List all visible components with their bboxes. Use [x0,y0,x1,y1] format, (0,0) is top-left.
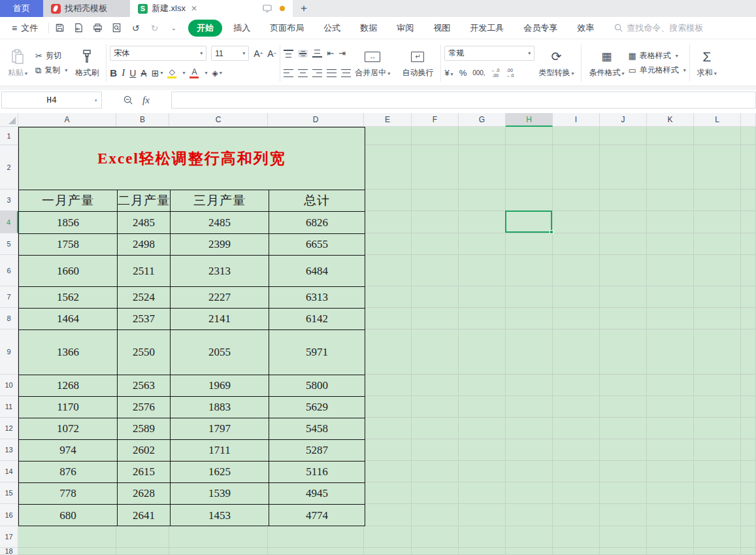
cell-x3[interactable] [741,190,756,211]
table-cell[interactable]: 1660 [19,256,117,286]
table-cell[interactable]: 2641 [117,505,170,526]
cell-F8[interactable] [412,308,459,329]
cell-K10[interactable] [647,375,694,396]
cell-E17[interactable] [364,526,412,548]
column-header-L[interactable]: L [694,113,741,127]
cell-K17[interactable] [647,526,694,548]
table-cell[interactable]: 876 [19,462,117,482]
cell-I16[interactable] [553,504,600,526]
cell-J2[interactable] [600,145,647,190]
cell-E1[interactable] [364,127,412,145]
bold-button[interactable]: B [110,67,117,78]
eraser-button[interactable]: ◈▾ [212,69,222,78]
cell-x6[interactable] [741,255,756,286]
align-center-icon[interactable] [298,69,308,77]
cell-B18[interactable] [116,548,169,555]
table-cell[interactable]: 1366 [19,330,117,375]
redo-icon[interactable]: ↻ [149,22,160,33]
cell-I14[interactable] [553,461,600,482]
cell-F9[interactable] [412,329,459,375]
cell-G16[interactable] [459,504,506,526]
increase-decimal-button[interactable]: ←.0 .00 [491,68,500,78]
cell-F7[interactable] [412,286,459,308]
wrap-text-button[interactable]: ↵ 自动换行 [398,47,437,80]
table-cell[interactable]: 1711 [170,440,269,461]
cell-F4[interactable] [412,211,459,233]
cell-I5[interactable] [553,233,600,255]
menu-tab-开始[interactable]: 开始 [188,20,222,37]
cell-H6[interactable] [506,255,553,286]
cell-H10[interactable] [506,375,553,396]
cell-H12[interactable] [506,418,553,439]
cell-G18[interactable] [459,548,506,555]
select-all-corner[interactable] [0,113,18,127]
cell-E14[interactable] [364,461,412,482]
cell-K18[interactable] [647,548,694,555]
cell-D17[interactable] [268,526,364,548]
cell-D18[interactable] [268,548,364,555]
cell-I1[interactable] [553,127,600,145]
cell-I8[interactable] [553,308,600,329]
row-header-8[interactable]: 8 [0,308,18,329]
column-header-G[interactable]: G [459,113,506,127]
cell-G4[interactable] [459,211,506,233]
cell-H7[interactable] [506,286,553,308]
table-cell[interactable]: 1856 [19,212,117,233]
cell-H3[interactable] [506,190,553,211]
row-header-1[interactable]: 1 [0,127,18,145]
cell-F6[interactable] [412,255,459,286]
cell-H11[interactable] [506,396,553,418]
table-header-1[interactable]: 一月产量 [19,190,117,211]
row-header-16[interactable]: 16 [0,504,18,526]
cell-G2[interactable] [459,145,506,190]
table-cell[interactable]: 6655 [269,234,365,255]
table-cell[interactable]: 778 [19,483,117,504]
cell-H17[interactable] [506,526,553,548]
cell-L4[interactable] [694,211,741,233]
cell-L2[interactable] [694,145,741,190]
align-middle-icon[interactable] [298,50,308,58]
cell-K12[interactable] [647,418,694,439]
table-cell[interactable]: 2485 [117,212,170,233]
cell-A18[interactable] [18,548,116,555]
table-cell[interactable]: 1268 [19,375,117,396]
font-color-button[interactable]: A [189,68,199,78]
zoom-out-icon[interactable] [123,95,133,105]
table-cell[interactable]: 2602 [117,440,170,461]
table-cell[interactable]: 1797 [170,418,269,439]
cell-F5[interactable] [412,233,459,255]
row-header-4[interactable]: 4 [0,211,18,233]
cell-G10[interactable] [459,375,506,396]
cell-x2[interactable] [741,145,756,190]
cell-K14[interactable] [647,461,694,482]
align-right-icon[interactable] [312,69,322,77]
table-cell[interactable]: 2141 [170,309,269,329]
cell-x13[interactable] [741,439,756,461]
menu-tab-开发工具[interactable]: 开发工具 [461,20,512,37]
cell-J1[interactable] [600,127,647,145]
table-cell[interactable]: 1969 [170,375,269,396]
cell-B17[interactable] [116,526,169,548]
table-cell[interactable]: 5629 [269,397,365,418]
cell-J11[interactable] [600,396,647,418]
table-cell[interactable]: 6484 [269,256,365,286]
percent-button[interactable]: % [459,68,467,78]
undo-icon[interactable]: ↺ [130,22,141,33]
grow-font-button[interactable]: A+ [254,48,263,59]
menu-tab-页面布局[interactable]: 页面布局 [261,20,312,37]
column-header-A[interactable]: A [18,113,116,127]
shrink-font-button[interactable]: A− [267,48,276,59]
cell-F1[interactable] [412,127,459,145]
row-header-3[interactable]: 3 [0,190,18,211]
indent-decrease-icon[interactable]: ⇤ [327,48,334,58]
cell-I12[interactable] [553,418,600,439]
fill-handle[interactable] [550,230,553,234]
cell-F3[interactable] [412,190,459,211]
cell-K2[interactable] [647,145,694,190]
new-tab-button[interactable]: + [293,0,315,17]
cell-K11[interactable] [647,396,694,418]
cell-H14[interactable] [506,461,553,482]
cell-I15[interactable] [553,482,600,504]
underline-button[interactable]: U [129,68,136,78]
cell-L6[interactable] [694,255,741,286]
